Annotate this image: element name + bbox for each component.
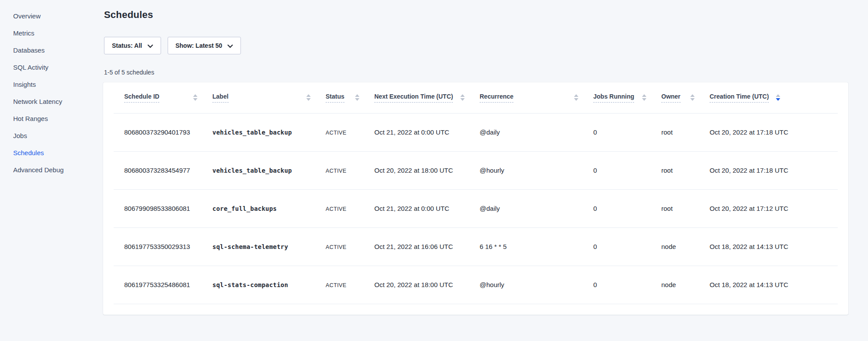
- recurrence-value: @daily: [480, 128, 500, 136]
- cell-schedule-id: 806197753350029313: [114, 227, 212, 266]
- show-filter-label: Show: Latest 50: [176, 42, 222, 49]
- column-header-schedule-id[interactable]: Schedule ID: [114, 82, 212, 113]
- column-header-status[interactable]: Status: [326, 82, 374, 113]
- label-value: vehicles_table_backup: [212, 167, 292, 174]
- show-filter-dropdown[interactable]: Show: Latest 50: [168, 37, 241, 54]
- cell-owner: node: [661, 266, 710, 304]
- recurrence-value: @daily: [480, 205, 500, 212]
- creation-time-value: Oct 18, 2022 at 14:13 UTC: [710, 243, 788, 250]
- cell-recurrence: 6 16 * * 5: [480, 227, 593, 266]
- status-value: ACTIVE: [326, 168, 347, 174]
- sidebar-item-sql-activity[interactable]: SQL Activity: [0, 59, 103, 76]
- schedule-id-value: 806800373290401793: [124, 128, 190, 136]
- status-value: ACTIVE: [326, 130, 347, 136]
- schedule-id-value: 806197753350029313: [124, 243, 190, 250]
- sort-arrows-icon: [306, 94, 311, 101]
- chevron-down-icon: [147, 44, 153, 48]
- cell-owner: root: [661, 113, 710, 151]
- schedule-id-value: 806800373283454977: [124, 167, 190, 174]
- next-execution-value: Oct 21, 2022 at 0:00 UTC: [374, 205, 449, 212]
- cell-status: ACTIVE: [326, 189, 374, 227]
- chevron-down-icon: [227, 44, 233, 48]
- table-row: 806197753350029313sql-schema-telemetryAC…: [114, 227, 838, 266]
- page-title: Schedules: [104, 9, 868, 21]
- column-header-owner[interactable]: Owner: [661, 82, 710, 113]
- cell-status: ACTIVE: [326, 227, 374, 266]
- sort-arrows-icon: [193, 94, 197, 101]
- label-value: core_full_backups: [212, 205, 277, 212]
- cell-schedule-id: 806197753325486081: [114, 266, 212, 304]
- owner-value: root: [661, 205, 673, 212]
- sidebar-item-hot-ranges[interactable]: Hot Ranges: [0, 110, 103, 127]
- column-header-label: Schedule ID: [124, 93, 159, 103]
- cell-next-execution: Oct 20, 2022 at 18:00 UTC: [374, 266, 480, 304]
- cell-owner: root: [661, 151, 710, 189]
- status-filter-dropdown[interactable]: Status: All: [104, 37, 161, 54]
- schedules-table-card: Schedule IDLabelStatusNext Execution Tim…: [103, 82, 848, 315]
- sort-arrows-icon: [776, 94, 780, 101]
- cell-jobs-running: 0: [593, 266, 661, 304]
- cell-creation-time: Oct 18, 2022 at 14:13 UTC: [710, 266, 838, 304]
- next-execution-value: Oct 20, 2022 at 18:00 UTC: [374, 281, 453, 288]
- label-value: sql-schema-telemetry: [212, 243, 288, 250]
- cell-creation-time: Oct 20, 2022 at 17:18 UTC: [710, 151, 838, 189]
- recurrence-value: 6 16 * * 5: [480, 243, 507, 250]
- sidebar-item-advanced-debug[interactable]: Advanced Debug: [0, 161, 103, 178]
- label-value: vehicles_table_backup: [212, 129, 292, 136]
- filter-bar: Status: All Show: Latest 50: [104, 37, 868, 54]
- table-row: 806800373283454977vehicles_table_backupA…: [114, 151, 838, 189]
- column-header-label: Next Execution Time (UTC): [374, 93, 453, 103]
- cell-jobs-running: 0: [593, 151, 661, 189]
- creation-time-value: Oct 20, 2022 at 17:12 UTC: [710, 205, 788, 212]
- schedules-table: Schedule IDLabelStatusNext Execution Tim…: [114, 82, 838, 304]
- jobs-running-value: 0: [593, 128, 597, 136]
- sidebar-item-schedules[interactable]: Schedules: [0, 144, 103, 161]
- cell-next-execution: Oct 21, 2022 at 16:06 UTC: [374, 227, 480, 266]
- table-header-row: Schedule IDLabelStatusNext Execution Tim…: [114, 82, 838, 113]
- sort-arrows-icon: [574, 94, 578, 101]
- sidebar-item-network-latency[interactable]: Network Latency: [0, 93, 103, 110]
- status-value: ACTIVE: [326, 282, 347, 288]
- cell-status: ACTIVE: [326, 151, 374, 189]
- sidebar-item-metrics[interactable]: Metrics: [0, 25, 103, 42]
- jobs-running-value: 0: [593, 281, 597, 288]
- table-row: 806197753325486081sql-stats-compactionAC…: [114, 266, 838, 304]
- cell-label: vehicles_table_backup: [212, 151, 326, 189]
- table-row: 806799098533806081core_full_backupsACTIV…: [114, 189, 838, 227]
- cell-recurrence: @daily: [480, 113, 593, 151]
- cell-creation-time: Oct 18, 2022 at 14:13 UTC: [710, 227, 838, 266]
- owner-value: root: [661, 128, 673, 136]
- sidebar-item-overview[interactable]: Overview: [0, 7, 103, 25]
- cell-jobs-running: 0: [593, 227, 661, 266]
- cell-next-execution: Oct 21, 2022 at 0:00 UTC: [374, 189, 480, 227]
- column-header-label[interactable]: Label: [212, 82, 326, 113]
- column-header-label: Jobs Running: [593, 93, 634, 103]
- column-header-next-execution-time-utc-[interactable]: Next Execution Time (UTC): [374, 82, 480, 113]
- cell-next-execution: Oct 20, 2022 at 18:00 UTC: [374, 151, 480, 189]
- recurrence-value: @hourly: [480, 167, 504, 174]
- status-filter-label: Status: All: [112, 42, 142, 49]
- cell-owner: root: [661, 189, 710, 227]
- cell-owner: node: [661, 227, 710, 266]
- cell-label: vehicles_table_backup: [212, 113, 326, 151]
- column-header-creation-time-utc-[interactable]: Creation Time (UTC): [710, 82, 838, 113]
- sidebar-item-databases[interactable]: Databases: [0, 42, 103, 59]
- owner-value: node: [661, 243, 676, 250]
- status-value: ACTIVE: [326, 244, 347, 250]
- jobs-running-value: 0: [593, 205, 597, 212]
- label-value: sql-stats-compaction: [212, 281, 288, 288]
- column-header-jobs-running[interactable]: Jobs Running: [593, 82, 661, 113]
- sidebar-item-insights[interactable]: Insights: [0, 76, 103, 93]
- jobs-running-value: 0: [593, 167, 597, 174]
- cell-schedule-id: 806800373283454977: [114, 151, 212, 189]
- sidebar-item-jobs[interactable]: Jobs: [0, 127, 103, 144]
- column-header-label: Owner: [661, 93, 681, 103]
- column-header-label: Label: [212, 93, 229, 103]
- cell-schedule-id: 806799098533806081: [114, 189, 212, 227]
- sort-arrows-icon: [355, 94, 359, 101]
- column-header-recurrence[interactable]: Recurrence: [480, 82, 593, 113]
- cell-creation-time: Oct 20, 2022 at 17:12 UTC: [710, 189, 838, 227]
- next-execution-value: Oct 21, 2022 at 0:00 UTC: [374, 128, 449, 136]
- creation-time-value: Oct 20, 2022 at 17:18 UTC: [710, 167, 788, 174]
- main-content: Schedules Status: All Show: Latest 50 1-…: [103, 0, 868, 341]
